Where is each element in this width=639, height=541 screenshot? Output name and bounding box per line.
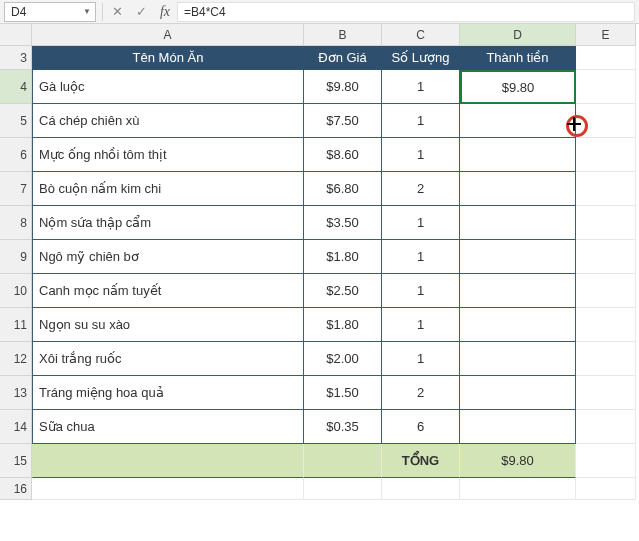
divider (102, 3, 103, 21)
cell-B8[interactable]: $3.50 (304, 206, 382, 240)
select-all-corner[interactable] (0, 24, 32, 46)
formula-input[interactable]: =B4*C4 (177, 2, 635, 22)
formula-text: =B4*C4 (184, 5, 226, 19)
cell-E3[interactable] (576, 46, 636, 70)
cell-D14[interactable] (460, 410, 576, 444)
cell-E9[interactable] (576, 240, 636, 274)
cell-B5[interactable]: $7.50 (304, 104, 382, 138)
cell-B14[interactable]: $0.35 (304, 410, 382, 444)
cell-C6[interactable]: 1 (382, 138, 460, 172)
cancel-formula-button[interactable]: ✕ (105, 2, 129, 22)
cell-B11[interactable]: $1.80 (304, 308, 382, 342)
cell-E6[interactable] (576, 138, 636, 172)
cell-A9[interactable]: Ngô mỹ chiên bơ (32, 240, 304, 274)
cell-D9[interactable] (460, 240, 576, 274)
cell-C5[interactable]: 1 (382, 104, 460, 138)
row-header-16[interactable]: 16 (0, 478, 32, 500)
cell-E16[interactable] (576, 478, 636, 500)
cell-E15[interactable] (576, 444, 636, 478)
cell-A4[interactable]: Gà luộc (32, 70, 304, 104)
cell-C10[interactable]: 1 (382, 274, 460, 308)
cell-C13[interactable]: 2 (382, 376, 460, 410)
cell-A12[interactable]: Xôi trắng ruốc (32, 342, 304, 376)
row-header-11[interactable]: 11 (0, 308, 32, 342)
table-header-qty: Số Lượng (382, 46, 460, 70)
table-header-name: Tên Món Ăn (32, 46, 304, 70)
cell-E12[interactable] (576, 342, 636, 376)
row-header-8[interactable]: 8 (0, 206, 32, 240)
name-box-value: D4 (11, 5, 26, 19)
cell-B12[interactable]: $2.00 (304, 342, 382, 376)
row-header-10[interactable]: 10 (0, 274, 32, 308)
cell-B15[interactable] (304, 444, 382, 478)
accept-formula-button[interactable]: ✓ (129, 2, 153, 22)
cell-D11[interactable] (460, 308, 576, 342)
cell-A6[interactable]: Mực ống nhồi tôm thịt (32, 138, 304, 172)
cell-C8[interactable]: 1 (382, 206, 460, 240)
cell-C11[interactable]: 1 (382, 308, 460, 342)
cell-C14[interactable]: 6 (382, 410, 460, 444)
name-box[interactable]: D4 ▼ (4, 2, 96, 22)
cell-D6[interactable] (460, 138, 576, 172)
insert-function-button[interactable]: fx (153, 2, 177, 22)
cell-E14[interactable] (576, 410, 636, 444)
cell-C12[interactable]: 1 (382, 342, 460, 376)
table-header-price: Đơn Giá (304, 46, 382, 70)
cell-E10[interactable] (576, 274, 636, 308)
cell-C16[interactable] (382, 478, 460, 500)
total-label: TỔNG (382, 444, 460, 478)
cell-D5[interactable] (460, 104, 576, 138)
spreadsheet-grid[interactable]: ABCDE3Tên Món ĂnĐơn GiáSố LượngThành tiề… (0, 24, 639, 500)
row-header-5[interactable]: 5 (0, 104, 32, 138)
cell-E11[interactable] (576, 308, 636, 342)
row-header-13[interactable]: 13 (0, 376, 32, 410)
cell-A11[interactable]: Ngọn su su xào (32, 308, 304, 342)
cell-B10[interactable]: $2.50 (304, 274, 382, 308)
cell-B7[interactable]: $6.80 (304, 172, 382, 206)
cell-C9[interactable]: 1 (382, 240, 460, 274)
cell-B13[interactable]: $1.50 (304, 376, 382, 410)
row-header-6[interactable]: 6 (0, 138, 32, 172)
cell-E7[interactable] (576, 172, 636, 206)
cell-E13[interactable] (576, 376, 636, 410)
row-header-4[interactable]: 4 (0, 70, 32, 104)
formula-bar: D4 ▼ ✕ ✓ fx =B4*C4 (0, 0, 639, 24)
total-value: $9.80 (460, 444, 576, 478)
column-header-E[interactable]: E (576, 24, 636, 46)
row-header-9[interactable]: 9 (0, 240, 32, 274)
cell-B16[interactable] (304, 478, 382, 500)
cell-D8[interactable] (460, 206, 576, 240)
column-header-A[interactable]: A (32, 24, 304, 46)
cell-B6[interactable]: $8.60 (304, 138, 382, 172)
cell-D16[interactable] (460, 478, 576, 500)
cell-A5[interactable]: Cá chép chiên xù (32, 104, 304, 138)
column-header-B[interactable]: B (304, 24, 382, 46)
cell-D13[interactable] (460, 376, 576, 410)
cell-A16[interactable] (32, 478, 304, 500)
column-header-D[interactable]: D (460, 24, 576, 46)
cell-D10[interactable] (460, 274, 576, 308)
name-box-dropdown-icon[interactable]: ▼ (83, 7, 91, 16)
cell-D4[interactable]: $9.80 (460, 70, 576, 104)
cell-D12[interactable] (460, 342, 576, 376)
row-header-3[interactable]: 3 (0, 46, 32, 70)
row-header-7[interactable]: 7 (0, 172, 32, 206)
cell-C7[interactable]: 2 (382, 172, 460, 206)
row-header-12[interactable]: 12 (0, 342, 32, 376)
cell-A8[interactable]: Nộm sứa thập cẩm (32, 206, 304, 240)
cell-B9[interactable]: $1.80 (304, 240, 382, 274)
cell-A15[interactable] (32, 444, 304, 478)
cell-E5[interactable] (576, 104, 636, 138)
cell-D7[interactable] (460, 172, 576, 206)
cell-E4[interactable] (576, 70, 636, 104)
cell-A7[interactable]: Bò cuộn nấm kim chi (32, 172, 304, 206)
cell-A14[interactable]: Sữa chua (32, 410, 304, 444)
row-header-14[interactable]: 14 (0, 410, 32, 444)
cell-E8[interactable] (576, 206, 636, 240)
column-header-C[interactable]: C (382, 24, 460, 46)
cell-B4[interactable]: $9.80 (304, 70, 382, 104)
cell-C4[interactable]: 1 (382, 70, 460, 104)
row-header-15[interactable]: 15 (0, 444, 32, 478)
cell-A10[interactable]: Canh mọc nấm tuyết (32, 274, 304, 308)
cell-A13[interactable]: Tráng miệng hoa quả (32, 376, 304, 410)
